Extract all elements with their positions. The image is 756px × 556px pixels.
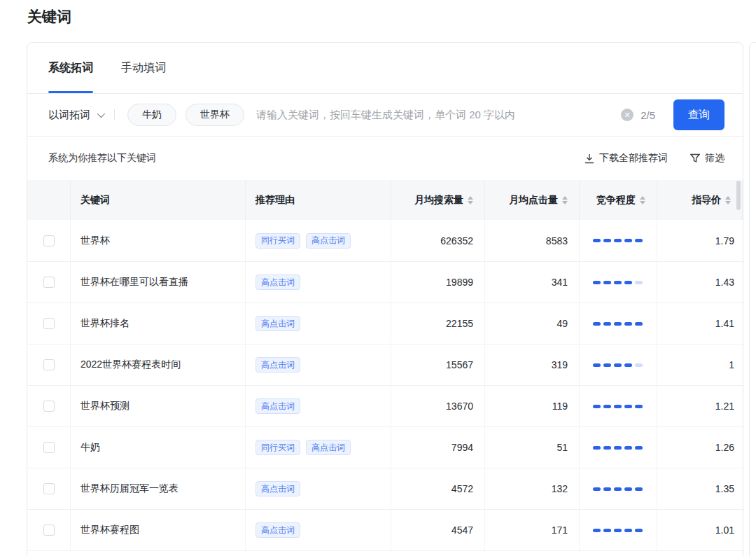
reason-cell: 高点击词 — [246, 510, 391, 550]
sort-icon[interactable] — [468, 196, 473, 204]
click-volume-cell: 171 — [485, 510, 580, 550]
competition-dash — [624, 446, 632, 450]
filter-button[interactable]: 筛选 — [690, 152, 724, 165]
tab-system-expand[interactable]: 系统拓词 — [48, 43, 93, 93]
search-volume-cell: 22155 — [391, 303, 485, 344]
competition-meter — [589, 322, 647, 326]
row-checkbox[interactable] — [43, 442, 55, 453]
reason-tag: 高点击词 — [255, 481, 300, 496]
row-checkbox[interactable] — [43, 359, 55, 370]
competition-dash — [624, 239, 632, 242]
competition-meter — [589, 446, 647, 450]
competition-meter — [589, 405, 647, 408]
download-all-button[interactable]: 下载全部推荐词 — [584, 152, 668, 165]
funnel-icon — [690, 153, 700, 163]
row-checkbox-cell — [27, 262, 71, 303]
guide-price-cell: 1.01 — [657, 510, 743, 550]
competition-dash — [614, 487, 622, 491]
guide-price-cell: 1.21 — [657, 386, 743, 426]
keyword-counter: 2/5 — [640, 109, 655, 121]
keyword-chip-worldcup[interactable]: 世界杯 — [186, 104, 244, 126]
search-volume-cell: 13670 — [391, 386, 485, 426]
reason-tag: 高点击词 — [306, 233, 351, 249]
reason-tag: 高点击词 — [255, 316, 300, 331]
row-checkbox[interactable] — [43, 277, 55, 288]
reason-cell: 同行买词高点击词 — [246, 220, 391, 261]
reason-cell: 高点击词 — [246, 303, 391, 344]
keyword-chip-milk[interactable]: 牛奶 — [127, 104, 176, 126]
row-checkbox-cell — [27, 386, 71, 426]
competition-dash — [593, 446, 601, 450]
row-checkbox[interactable] — [43, 524, 55, 536]
competition-dash — [614, 529, 622, 532]
keyword-cell: 2022世界杯赛程表时间 — [71, 345, 246, 385]
competition-meter — [589, 363, 647, 367]
competition-dash — [603, 487, 611, 491]
adjacent-panel-edge — [749, 42, 756, 556]
sort-icon[interactable] — [640, 196, 645, 204]
competition-dash — [614, 239, 622, 242]
click-volume-cell: 51 — [485, 427, 580, 468]
recommend-text: 系统为你推荐以下关键词 — [48, 152, 584, 165]
table-body: 世界杯 同行买词高点击词 626352 8583 1.79 世界杯在哪里可以看直… — [27, 220, 743, 550]
keyword-cell: 世界杯赛程图 — [71, 510, 246, 550]
competition-dash — [603, 322, 611, 326]
competition-cell — [580, 510, 657, 550]
competition-dash — [603, 363, 611, 367]
expand-mode-dropdown[interactable]: 以词拓词 — [48, 109, 103, 122]
competition-dash — [624, 363, 632, 367]
table-row: 世界杯历届冠军一览表 高点击词 4572 132 1.35 — [27, 468, 743, 509]
competition-dash — [593, 405, 601, 408]
competition-dash — [635, 487, 643, 491]
recommend-toolbar: 系统为你推荐以下关键词 下载全部推荐词 筛选 — [27, 137, 743, 180]
competition-meter — [589, 281, 647, 284]
competition-cell — [580, 427, 657, 468]
download-icon — [584, 153, 594, 164]
competition-dash — [603, 529, 611, 532]
guide-price-cell: 1 — [657, 345, 743, 385]
row-checkbox[interactable] — [43, 483, 55, 494]
clear-all-icon[interactable]: ✕ — [621, 109, 634, 121]
search-volume-cell: 4547 — [391, 510, 485, 550]
row-checkbox[interactable] — [43, 235, 55, 246]
reason-tag: 同行买词 — [255, 233, 300, 249]
reason-tag: 高点击词 — [255, 398, 300, 414]
table-row: 世界杯 同行买词高点击词 626352 8583 1.79 — [27, 220, 743, 261]
keyword-cell: 世界杯排名 — [71, 303, 246, 344]
reason-tag: 高点击词 — [306, 440, 351, 455]
search-volume-cell: 19899 — [391, 262, 485, 303]
query-button[interactable]: 查询 — [673, 99, 724, 130]
guide-price-cell: 1.41 — [657, 303, 743, 344]
competition-dash — [635, 281, 643, 284]
competition-cell — [580, 345, 657, 385]
chevron-down-icon — [97, 110, 105, 118]
table-row: 牛奶 同行买词高点击词 7994 51 1.26 — [27, 426, 743, 468]
competition-meter — [589, 487, 647, 491]
table-scrollbar-thumb[interactable] — [736, 181, 741, 210]
table-header-row: 关键词 推荐理由 月均搜索量 月均点击量 竞争程度 指导价 — [27, 180, 743, 220]
header-guide-price[interactable]: 指导价 — [657, 180, 743, 220]
guide-price-cell: 1.79 — [657, 220, 743, 261]
competition-dash — [624, 322, 632, 326]
tab-manual-fill[interactable]: 手动填词 — [121, 43, 166, 93]
competition-dash — [624, 529, 632, 532]
search-volume-cell: 4572 — [391, 468, 485, 509]
table-row: 世界杯赛程图 高点击词 4547 171 1.01 — [27, 509, 743, 550]
competition-meter — [589, 239, 647, 242]
click-volume-cell: 119 — [485, 386, 580, 426]
row-checkbox[interactable] — [43, 318, 55, 329]
reason-tag: 高点击词 — [255, 522, 300, 538]
competition-cell — [580, 220, 657, 261]
competition-dash — [593, 239, 601, 242]
competition-dash — [614, 322, 622, 326]
keyword-panel: 系统拓词 手动填词 以词拓词 牛奶 世界杯 请输入关键词，按回车键生成关键词，单… — [27, 42, 743, 556]
table-row: 世界杯排名 高点击词 22155 49 1.41 — [27, 303, 743, 344]
table-row: 2022世界杯赛程表时间 高点击词 15567 319 1 — [27, 344, 743, 385]
keyword-input[interactable]: 请输入关键词，按回车键生成关键词，单个词 20 字以内 — [256, 109, 621, 122]
sort-icon[interactable] — [562, 196, 568, 204]
row-checkbox[interactable] — [43, 401, 55, 412]
header-competition[interactable]: 竞争程度 — [580, 180, 657, 220]
sort-icon[interactable] — [725, 196, 731, 204]
header-search-volume[interactable]: 月均搜索量 — [391, 180, 485, 220]
header-click-volume[interactable]: 月均点击量 — [485, 180, 580, 220]
